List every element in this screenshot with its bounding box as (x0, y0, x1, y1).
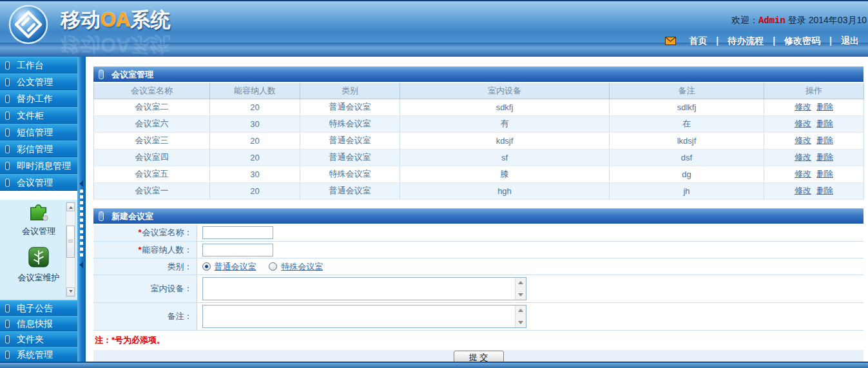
header: 移动OA系统 移动OA系统 欢迎：Admin 登录 2014年03月10 首页|… (0, 0, 868, 57)
sidebar-bottom-menu: 电子公告 信息快报 文件夹 系统管理 (0, 300, 77, 362)
capacity-input[interactable] (202, 244, 273, 257)
nav-item-home[interactable]: 首页 (689, 35, 707, 46)
table-row: 会议室一20普通会议室hghjh修改删除 (94, 182, 864, 199)
cell-type: 普通会议室 (300, 182, 400, 199)
sidebar-item-meeting[interactable]: 会议管理 (0, 174, 77, 191)
edit-link[interactable]: 修改 (795, 135, 811, 145)
login-date: 2014年03月10 (809, 15, 867, 25)
collapse-arrow-icon[interactable] (79, 180, 83, 187)
sidebar-item-label: 文件夹 (17, 334, 44, 344)
app-title-part3: 系统 (131, 8, 171, 31)
sidebar-item-im[interactable]: 即时消息管理 (0, 157, 77, 174)
sidebar-item-label: 公文管理 (17, 77, 53, 87)
type-option-normal[interactable]: 普通会议室 (215, 262, 256, 271)
sidebar-item-folder[interactable]: 文件夹 (0, 331, 77, 347)
submenu-scrollbar[interactable] (66, 202, 75, 297)
textarea-scrollbar[interactable] (515, 305, 526, 327)
splitter-grip[interactable] (80, 189, 83, 258)
sidebar-item-label: 信息快报 (17, 318, 53, 329)
room-name-input[interactable] (202, 226, 273, 239)
nav-separator: | (773, 35, 775, 46)
type-radio-special[interactable] (269, 262, 277, 271)
sidebar-submenu-panel: 会议管理 会议室维护 (0, 200, 77, 300)
type-option-special[interactable]: 特殊会议室 (281, 262, 323, 271)
edit-link[interactable]: 修改 (795, 102, 811, 111)
sidebar-item-supervise[interactable]: 督办工作 (0, 90, 77, 107)
menu-bullet-icon (5, 162, 10, 170)
delete-link[interactable]: 删除 (816, 152, 833, 162)
china-mobile-logo (8, 4, 49, 45)
delete-link[interactable]: 删除 (816, 186, 833, 195)
cell-actions: 修改删除 (764, 115, 864, 132)
cell-equipment: 有 (400, 115, 610, 132)
cell-capacity: 20 (210, 99, 300, 115)
meeting-room-table: 会议室名称能容纳人数类别室内设备备注操作 会议室二20普通会议室sdkfjsdl… (93, 83, 864, 200)
welcome-text: 欢迎：Admin 登录 2014年03月10 (731, 15, 867, 26)
oa-application: 移动OA系统 移动OA系统 欢迎：Admin 登录 2014年03月10 首页|… (0, 0, 868, 368)
scroll-down-icon[interactable] (518, 293, 523, 296)
menu-bullet-icon (5, 61, 10, 70)
sidebar-item-express[interactable]: 信息快报 (0, 316, 77, 331)
scroll-up-icon[interactable] (518, 281, 523, 284)
nav-separator: | (716, 35, 719, 46)
remark-textarea[interactable] (202, 305, 526, 328)
column-header: 类别 (300, 83, 400, 99)
sidebar-item-sms[interactable]: 短信管理 (0, 124, 77, 140)
required-mark: * (138, 245, 141, 255)
delete-link[interactable]: 删除 (816, 119, 833, 128)
nav-item-todo[interactable]: 待办流程 (728, 35, 764, 46)
sidebar-item-label: 短信管理 (17, 127, 53, 137)
scroll-down-icon[interactable] (518, 321, 523, 324)
menu-bullet-icon (5, 111, 10, 120)
cell-type: 特殊会议室 (300, 166, 400, 182)
scroll-up-button[interactable] (66, 202, 75, 211)
equipment-textarea[interactable] (202, 277, 526, 300)
panel-pill-icon (99, 70, 104, 79)
sidebar-item-label: 系统管理 (17, 349, 53, 360)
edit-link[interactable]: 修改 (795, 186, 811, 195)
cell-name: 会议室二 (94, 99, 210, 115)
sidebar-item-cabinet[interactable]: 文件柜 (0, 107, 77, 124)
sidebar-top-menu: 工作台 公文管理 督办工作 文件柜 短信管理 彩信管理 即时消息管理 会议管理 (0, 57, 77, 191)
welcome-suffix: 登录 (786, 15, 809, 25)
cell-equipment: hgh (400, 182, 610, 199)
page-footer-strip (0, 362, 868, 368)
sidebar-item-label: 会议管理 (17, 177, 53, 188)
type-radio-normal[interactable] (202, 262, 211, 271)
cell-capacity: 30 (210, 115, 300, 132)
scroll-thumb[interactable] (66, 226, 75, 258)
cell-remark: dsf (610, 149, 764, 166)
cell-name: 会议室三 (94, 132, 210, 149)
sidebar-item-workbench[interactable]: 工作台 (0, 57, 77, 73)
sidebar: 工作台 公文管理 督办工作 文件柜 短信管理 彩信管理 即时消息管理 会议管理 (0, 57, 77, 362)
textarea-scrollbar[interactable] (515, 278, 526, 300)
nav-item-password[interactable]: 修改密码 (784, 35, 820, 46)
scroll-up-icon[interactable] (518, 309, 523, 312)
sidebar-splitter[interactable] (77, 57, 86, 362)
sidebar-item-system[interactable]: 系统管理 (0, 347, 77, 362)
cell-capacity: 30 (210, 166, 300, 182)
cell-type: 普通会议室 (300, 99, 400, 115)
table-row: 会议室六30特殊会议室有在修改删除 (94, 115, 864, 132)
delete-link[interactable]: 删除 (816, 169, 833, 179)
delete-link[interactable]: 删除 (816, 102, 833, 111)
collapse-arrow-icon[interactable] (79, 262, 83, 268)
edit-link[interactable]: 修改 (795, 169, 811, 179)
menu-bullet-icon (5, 145, 10, 153)
delete-link[interactable]: 删除 (816, 135, 833, 145)
cell-actions: 修改删除 (764, 132, 864, 149)
cell-type: 普通会议室 (300, 149, 400, 166)
cell-name: 会议室六 (94, 115, 210, 132)
sidebar-item-bulletin[interactable]: 电子公告 (0, 300, 77, 316)
menu-bullet-icon (5, 179, 10, 187)
app-title-part1: 移动 (61, 8, 101, 31)
edit-link[interactable]: 修改 (795, 152, 811, 162)
edit-link[interactable]: 修改 (795, 119, 811, 128)
sidebar-item-mms[interactable]: 彩信管理 (0, 140, 77, 157)
cell-equipment: sf (400, 149, 610, 166)
remark-label: 备注： (93, 303, 197, 331)
nav-item-logout[interactable]: 退出 (841, 35, 859, 46)
sidebar-item-document[interactable]: 公文管理 (0, 73, 77, 90)
scroll-down-button[interactable] (66, 287, 75, 296)
room-name-label: *会议室名称： (93, 225, 197, 242)
